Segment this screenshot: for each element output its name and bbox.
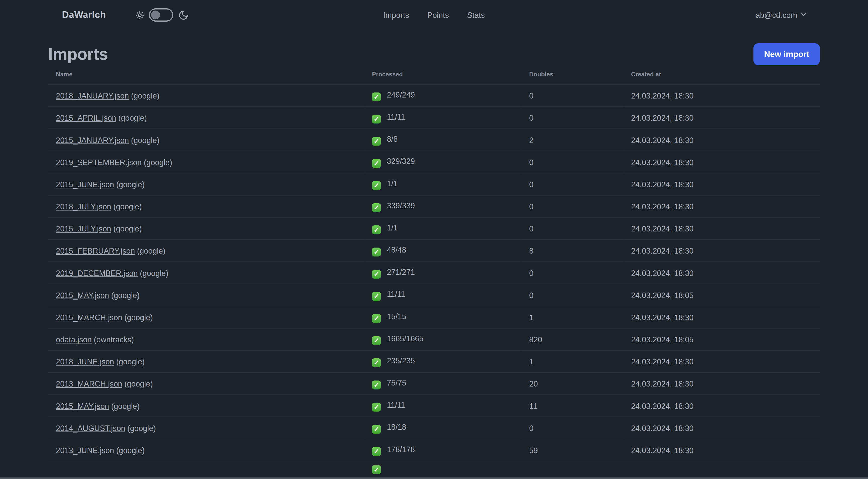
table-row: 2015_FEBRUARY.json (google) ✓ 48/48 8 24…	[48, 239, 820, 262]
doubles-cell: 0	[521, 173, 623, 195]
created-at-cell: 24.03.2024, 18:30	[623, 394, 820, 417]
import-file-link[interactable]: 2019_SEPTEMBER.json	[56, 157, 142, 167]
processed-count: 1665/1665	[385, 334, 424, 342]
import-name-cell: 2018_JANUARY.json (google)	[48, 85, 365, 107]
nav-item-imports[interactable]: Imports	[383, 10, 409, 19]
import-file-link[interactable]: 2015_MAY.json	[56, 401, 109, 410]
doubles-cell: 59	[521, 439, 623, 461]
processed-cell: ✓	[364, 461, 521, 479]
import-source-label: (google)	[116, 113, 147, 122]
page-head: Imports New import	[48, 43, 820, 65]
check-icon: ✓	[372, 114, 381, 123]
processed-count: 1/1	[385, 179, 398, 187]
import-file-link[interactable]: 2015_MARCH.json	[56, 312, 122, 322]
import-name-cell: 2015_JUNE.json (google)	[48, 173, 365, 195]
import-name-cell: 2015_APRIL.json (google)	[48, 107, 365, 129]
doubles-cell: 0	[521, 151, 623, 173]
import-file-link[interactable]: 2013_JUNE.json	[56, 446, 114, 454]
table-row: 2015_JUNE.json (google) ✓ 1/1 0 24.03.20…	[48, 173, 820, 195]
import-file-link[interactable]: 2013_MARCH.json	[56, 379, 122, 388]
table-row: 2019_SEPTEMBER.json (google) ✓ 329/329 0…	[48, 151, 820, 173]
processed-cell: ✓ 75/75	[364, 372, 521, 394]
table-row: 2015_JANUARY.json (google) ✓ 8/8 2 24.03…	[48, 129, 820, 151]
import-source-label: (owntracks)	[92, 335, 134, 343]
check-icon: ✓	[372, 137, 381, 145]
processed-cell: ✓ 15/15	[364, 306, 521, 328]
doubles-cell: 1	[521, 306, 623, 328]
column-header-doubles: Doubles	[521, 65, 623, 85]
processed-cell: ✓ 8/8	[364, 129, 521, 151]
check-icon: ✓	[372, 336, 381, 345]
check-icon: ✓	[372, 269, 381, 278]
table-row: 2018_JULY.json (google) ✓ 339/339 0 24.0…	[48, 195, 820, 217]
import-source-label: (google)	[142, 157, 172, 167]
import-file-link[interactable]: 2015_MAY.json	[56, 291, 109, 299]
import-file-link[interactable]: 2015_FEBRUARY.json	[56, 246, 135, 255]
processed-cell: ✓ 48/48	[364, 239, 521, 262]
window-bottom-edge	[0, 478, 868, 479]
import-name-cell: 2019_SEPTEMBER.json (google)	[48, 151, 365, 173]
check-icon: ✓	[372, 158, 381, 168]
created-at-cell: 24.03.2024, 18:30	[623, 151, 820, 173]
import-source-label: (google)	[114, 357, 145, 366]
doubles-cell: 1	[521, 350, 623, 372]
import-source-label: (google)	[111, 224, 142, 233]
created-at-cell: 24.03.2024, 18:30	[623, 173, 820, 195]
import-name-cell: 2015_FEBRUARY.json (google)	[48, 239, 365, 262]
table-row: 2015_APRIL.json (google) ✓ 11/11 0 24.03…	[48, 107, 820, 129]
theme-toggle[interactable]	[149, 8, 174, 22]
brand-logo[interactable]: DaWarIch	[62, 9, 106, 20]
check-icon: ✓	[372, 465, 381, 474]
import-name-cell: 2015_MARCH.json (google)	[48, 306, 365, 328]
import-file-link[interactable]: odata.json	[56, 335, 92, 343]
processed-count: 15/15	[385, 311, 406, 321]
processed-count: 339/339	[385, 201, 415, 210]
nav-item-stats[interactable]: Stats	[467, 10, 485, 19]
table-row: ✓	[48, 461, 820, 479]
chevron-down-icon	[800, 10, 808, 20]
import-file-link[interactable]: 2019_DECEMBER.json	[56, 268, 138, 277]
import-source-label: (google)	[109, 291, 140, 299]
check-icon: ✓	[372, 181, 381, 190]
processed-cell: ✓ 329/329	[364, 151, 521, 173]
new-import-button[interactable]: New import	[753, 43, 820, 65]
created-at-cell: 24.03.2024, 18:05	[623, 284, 820, 306]
import-source-label: (google)	[111, 202, 142, 211]
import-source-label: (google)	[138, 268, 168, 277]
processed-count: 75/75	[385, 378, 406, 387]
import-source-label: (google)	[129, 91, 159, 100]
table-row: 2014_AUGUST.json (google) ✓ 18/18 0 24.0…	[48, 417, 820, 439]
processed-count: 271/271	[385, 267, 415, 276]
import-file-link[interactable]: 2015_JUNE.json	[56, 180, 114, 188]
processed-count: 1/1	[385, 223, 398, 232]
import-file-link[interactable]: 2015_JULY.json	[56, 224, 111, 233]
import-file-link[interactable]: 2018_JUNE.json	[56, 357, 114, 366]
sun-icon	[136, 11, 144, 19]
import-file-link[interactable]: 2014_AUGUST.json	[56, 423, 125, 432]
processed-count: 48/48	[385, 245, 406, 254]
main-nav: Imports Points Stats	[383, 0, 485, 30]
processed-cell: ✓ 271/271	[364, 262, 521, 284]
column-header-name: Name	[48, 65, 365, 85]
import-source-label: (google)	[114, 180, 145, 188]
import-file-link[interactable]: 2015_APRIL.json	[56, 113, 116, 122]
import-name-cell	[48, 461, 365, 479]
import-source-label: (google)	[135, 246, 165, 255]
import-name-cell: odata.json (owntracks)	[48, 328, 365, 350]
theme-toggle-group	[136, 8, 189, 22]
import-file-link[interactable]: 2015_JANUARY.json	[56, 136, 129, 144]
created-at-cell: 24.03.2024, 18:30	[623, 239, 820, 262]
nav-item-points[interactable]: Points	[427, 10, 449, 19]
navbar: DaWarIch	[0, 0, 868, 30]
import-file-link[interactable]: 2018_JULY.json	[56, 202, 111, 211]
import-name-cell: 2015_JULY.json (google)	[48, 217, 365, 239]
import-name-cell: 2014_AUGUST.json (google)	[48, 417, 365, 439]
import-file-link[interactable]: 2018_JANUARY.json	[56, 91, 129, 100]
table-body: 2018_JANUARY.json (google) ✓ 249/249 0 2…	[48, 85, 820, 479]
table-row: 2013_MARCH.json (google) ✓ 75/75 20 24.0…	[48, 372, 820, 394]
user-menu[interactable]: ab@cd.com	[756, 10, 808, 20]
app-window: DaWarIch	[0, 0, 868, 479]
created-at-cell: 24.03.2024, 18:30	[623, 439, 820, 461]
imports-page: Imports New import Name Processed Double…	[48, 43, 820, 479]
processed-cell: ✓ 11/11	[364, 394, 521, 417]
